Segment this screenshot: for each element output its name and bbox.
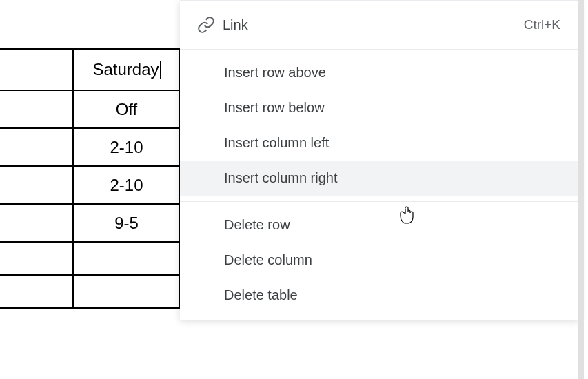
menu-item-insert-column-right[interactable]: Insert column right	[180, 161, 580, 196]
table-cell[interactable]	[73, 275, 180, 308]
menu-item-link[interactable]: Link Ctrl+K	[180, 6, 580, 43]
table-cell-empty[interactable]	[0, 166, 73, 204]
table-cell-empty[interactable]	[0, 204, 73, 242]
menu-item-delete-table[interactable]: Delete table	[180, 278, 580, 313]
scrollbar-track[interactable]	[578, 0, 584, 379]
menu-label: Insert column left	[199, 135, 560, 151]
table-cell-empty[interactable]	[0, 242, 73, 275]
table-header-saturday[interactable]: Saturday	[73, 49, 180, 90]
table-cell[interactable]	[73, 242, 180, 275]
pointer-cursor-icon	[397, 204, 416, 226]
menu-label: Link	[223, 17, 524, 33]
table-cell[interactable]: Off	[73, 90, 180, 128]
context-menu: Link Ctrl+K Insert row above Insert row …	[180, 0, 580, 320]
menu-label: Delete row	[199, 217, 560, 233]
menu-label: Insert row below	[199, 100, 560, 116]
menu-label: Insert column right	[199, 170, 560, 186]
menu-item-insert-column-left[interactable]: Insert column left	[180, 125, 580, 161]
menu-item-insert-row-above[interactable]: Insert row above	[180, 55, 580, 90]
menu-item-delete-column[interactable]: Delete column	[180, 243, 580, 278]
link-icon	[190, 16, 223, 34]
menu-divider	[180, 201, 580, 202]
table-cell-empty[interactable]	[0, 90, 73, 128]
menu-divider	[180, 0, 580, 1]
table-cell[interactable]: 2-10	[73, 128, 180, 166]
table-cell[interactable]: 9-5	[73, 204, 180, 242]
menu-label: Delete column	[199, 252, 560, 268]
table-header-text: Saturday	[92, 60, 159, 79]
table-cell-empty[interactable]	[0, 49, 73, 90]
menu-label: Insert row above	[199, 65, 560, 81]
table-cell-empty[interactable]	[0, 275, 73, 308]
menu-divider	[180, 49, 580, 50]
menu-shortcut: Ctrl+K	[524, 17, 560, 32]
menu-item-delete-row[interactable]: Delete row	[180, 207, 580, 243]
table-cell-empty[interactable]	[0, 128, 73, 166]
menu-label: Delete table	[199, 287, 560, 303]
menu-item-insert-row-below[interactable]: Insert row below	[180, 90, 580, 125]
table-cell[interactable]: 2-10	[73, 166, 180, 204]
text-cursor	[160, 61, 161, 79]
schedule-table: Saturday Off 2-10 2-10 9-5	[0, 48, 181, 309]
